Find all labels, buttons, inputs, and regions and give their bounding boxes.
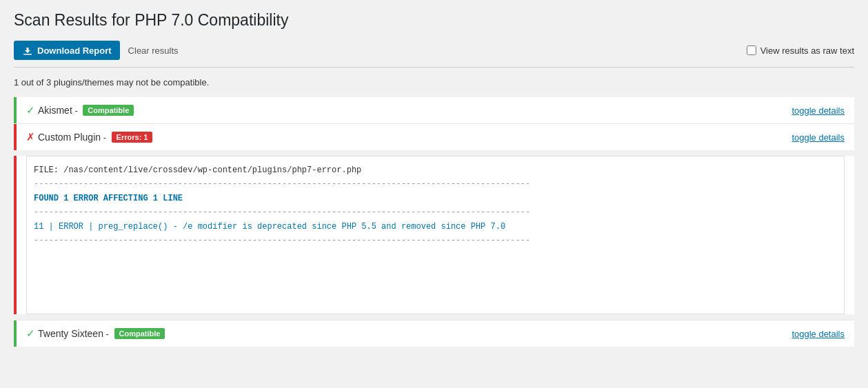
error-dashes-2: ----------------------------------------…: [34, 207, 530, 217]
page-container: Scan Results for PHP 7.0 Compatibility D…: [0, 0, 868, 358]
toggle-details-akismet[interactable]: toggle details: [791, 105, 845, 116]
check-icon: ✓: [26, 104, 35, 116]
plugin-row-akismet: ✓ Akismet - Compatible toggle details: [14, 97, 854, 123]
clear-results-button[interactable]: Clear results: [128, 43, 179, 59]
plugin-name-twenty-sixteen: Twenty Sixteen: [38, 328, 103, 339]
plugin-name-custom: Custom Plugin: [38, 132, 101, 143]
error-detail-line: 11 | ERROR | preg_replace() - /e modifie…: [34, 222, 505, 232]
svg-rect-0: [23, 54, 32, 55]
dash-separator: -: [72, 105, 81, 116]
plugin-row-twenty-sixteen: ✓ Twenty Sixteen - Compatible toggle det…: [14, 320, 854, 347]
error-file-line: FILE: /nas/content/live/crossdev/wp-cont…: [34, 165, 361, 175]
summary-text: 1 out of 3 plugins/themes may not be com…: [14, 77, 854, 88]
errors-badge-custom: Errors: 1: [112, 132, 153, 143]
dash-separator-3: -: [103, 329, 112, 339]
view-raw-section: View results as raw text: [747, 45, 854, 56]
toggle-details-twenty-sixteen[interactable]: toggle details: [791, 329, 845, 339]
error-found-line: FOUND 1 ERROR AFFECTING 1 LINE: [34, 194, 183, 203]
download-report-button[interactable]: Download Report: [14, 41, 120, 60]
error-pre-content: FILE: /nas/content/live/crossdev/wp-cont…: [26, 156, 845, 314]
compatible-badge-twenty-sixteen: Compatible: [114, 328, 165, 339]
dash-separator-2: -: [101, 132, 109, 143]
plugin-row-custom-plugin: ✗ Custom Plugin - Errors: 1 toggle detai…: [14, 124, 854, 150]
view-raw-label[interactable]: View results as raw text: [760, 45, 854, 56]
error-dashes-1: ----------------------------------------…: [34, 179, 530, 189]
compatible-badge-akismet: Compatible: [83, 105, 134, 116]
plugin-name-akismet: Akismet: [38, 105, 72, 116]
toggle-details-custom[interactable]: toggle details: [791, 132, 845, 143]
error-detail-custom: FILE: /nas/content/live/crossdev/wp-cont…: [14, 156, 854, 314]
download-icon: [22, 45, 33, 56]
check-icon-2: ✓: [26, 327, 35, 340]
x-icon: ✗: [26, 131, 35, 143]
error-dashes-3: ----------------------------------------…: [34, 236, 530, 245]
toolbar: Download Report Clear results View resul…: [14, 41, 854, 60]
view-raw-checkbox[interactable]: [747, 45, 756, 55]
page-title: Scan Results for PHP 7.0 Compatibility: [14, 11, 854, 30]
toolbar-divider: [14, 67, 854, 68]
